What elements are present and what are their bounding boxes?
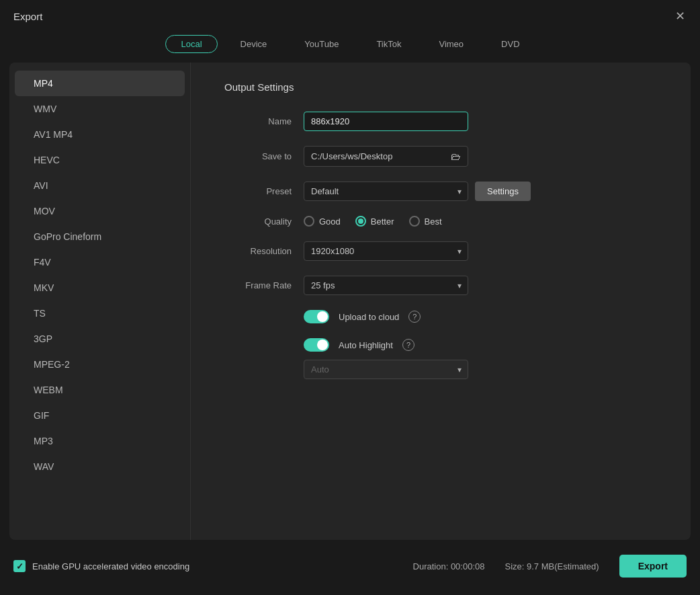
name-row: Name [224, 112, 657, 131]
quality-good-radio[interactable] [304, 216, 314, 227]
settings-button[interactable]: Settings [475, 182, 531, 201]
gpu-checkbox[interactable] [13, 560, 26, 572]
tab-vimeo[interactable]: Vimeo [424, 35, 478, 53]
quality-good[interactable]: Good [304, 216, 341, 227]
sidebar-item-mp4[interactable]: MP4 [15, 71, 185, 96]
tab-tiktok[interactable]: TikTok [361, 35, 416, 53]
quality-better-radio[interactable] [355, 216, 366, 227]
save-to-field[interactable]: C:/Users/ws/Desktop 🗁 [304, 146, 468, 167]
upload-cloud-toggle[interactable] [304, 310, 329, 323]
output-settings-title: Output Settings [224, 81, 657, 93]
sidebar-item-av1mp4[interactable]: AV1 MP4 [15, 122, 185, 147]
frame-rate-select[interactable]: 25 fps 30 fps 60 fps [304, 276, 468, 295]
sidebar-item-wmv[interactable]: WMV [15, 96, 185, 122]
auto-highlight-label: Auto Highlight [339, 340, 393, 350]
quality-best[interactable]: Best [409, 216, 442, 227]
preset-label: Preset [224, 186, 292, 196]
save-to-row: Save to C:/Users/ws/Desktop 🗁 [224, 146, 657, 167]
tab-youtube[interactable]: YouTube [290, 35, 353, 53]
sidebar-item-webm[interactable]: WEBM [15, 377, 185, 403]
sidebar-item-ts[interactable]: TS [15, 301, 185, 326]
export-button[interactable]: Export [619, 555, 687, 578]
sidebar-item-avi[interactable]: AVI [15, 173, 185, 198]
gpu-check-row: Enable GPU accelerated video encoding [13, 560, 189, 572]
upload-cloud-label: Upload to cloud [339, 312, 399, 322]
auto-highlight-help-icon[interactable]: ? [402, 339, 414, 351]
quality-best-radio[interactable] [409, 216, 420, 227]
sidebar-item-mp3[interactable]: MP3 [15, 428, 185, 454]
sidebar-item-mpeg2[interactable]: MPEG-2 [15, 352, 185, 377]
preset-row: Preset Default Custom Settings [224, 182, 657, 201]
close-button[interactable]: ✕ [673, 9, 687, 23]
name-input[interactable] [304, 112, 468, 131]
gpu-label: Enable GPU accelerated video encoding [32, 561, 189, 571]
sidebar-item-hevc[interactable]: HEVC [15, 147, 185, 173]
tab-device[interactable]: Device [226, 35, 282, 53]
frame-rate-label: Frame Rate [224, 280, 292, 290]
quality-options: Good Better Best [304, 216, 442, 227]
upload-cloud-row: Upload to cloud ? [304, 310, 657, 323]
sidebar-item-3gp[interactable]: 3GP [15, 326, 185, 352]
resolution-label: Resolution [224, 246, 292, 256]
quality-label: Quality [224, 216, 292, 227]
save-to-label: Save to [224, 151, 292, 161]
tab-dvd[interactable]: DVD [486, 35, 534, 53]
upload-cloud-help-icon[interactable]: ? [408, 311, 421, 323]
bottom-info: Duration: 00:00:08 Size: 9.7 MB(Estimate… [413, 555, 687, 578]
title-bar: Export ✕ [0, 0, 700, 30]
quality-good-label: Good [319, 216, 341, 227]
sidebar: MP4WMVAV1 MP4HEVCAVIMOVGoPro CineformF4V… [9, 63, 191, 540]
name-label: Name [224, 116, 292, 126]
folder-icon[interactable]: 🗁 [451, 151, 461, 162]
frame-rate-select-wrapper: 25 fps 30 fps 60 fps [304, 276, 468, 295]
sidebar-item-f4v[interactable]: F4V [15, 249, 185, 275]
auto-dropdown-select-wrapper: Auto [304, 360, 468, 379]
auto-highlight-toggle[interactable] [304, 338, 329, 352]
preset-select-wrapper: Default Custom [304, 182, 468, 201]
window-title: Export [13, 11, 42, 22]
preset-controls: Default Custom Settings [304, 182, 531, 201]
sidebar-item-mov[interactable]: MOV [15, 198, 185, 224]
tab-local[interactable]: Local [165, 35, 217, 53]
auto-dropdown-select[interactable]: Auto [304, 360, 468, 379]
sidebar-item-wav[interactable]: WAV [15, 454, 185, 479]
quality-better[interactable]: Better [355, 216, 394, 227]
save-to-path: C:/Users/ws/Desktop [311, 151, 445, 161]
frame-rate-row: Frame Rate 25 fps 30 fps 60 fps [224, 276, 657, 295]
auto-highlight-row: Auto Highlight ? [304, 338, 657, 352]
resolution-select-wrapper: 1920x1080 1280x720 3840x2160 [304, 241, 468, 261]
quality-better-label: Better [371, 216, 394, 227]
sidebar-item-gopro[interactable]: GoPro Cineform [15, 224, 185, 249]
main-area: MP4WMVAV1 MP4HEVCAVIMOVGoPro CineformF4V… [9, 63, 691, 540]
size-text: Size: 9.7 MB(Estimated) [505, 561, 599, 571]
quality-row: Quality Good Better Best [224, 216, 657, 227]
tabs-row: LocalDeviceYouTubeTikTokVimeoDVD [0, 30, 700, 63]
resolution-row: Resolution 1920x1080 1280x720 3840x2160 [224, 241, 657, 261]
duration-text: Duration: 00:00:08 [413, 561, 485, 571]
bottom-bar: Enable GPU accelerated video encoding Du… [0, 545, 700, 587]
content-area: Output Settings Name Save to C:/Users/ws… [191, 63, 691, 540]
auto-dropdown-wrapper: Auto [304, 360, 657, 379]
preset-select[interactable]: Default Custom [304, 182, 468, 201]
resolution-select[interactable]: 1920x1080 1280x720 3840x2160 [304, 241, 468, 261]
sidebar-item-gif[interactable]: GIF [15, 403, 185, 428]
quality-best-label: Best [425, 216, 442, 227]
sidebar-item-mkv[interactable]: MKV [15, 275, 185, 301]
